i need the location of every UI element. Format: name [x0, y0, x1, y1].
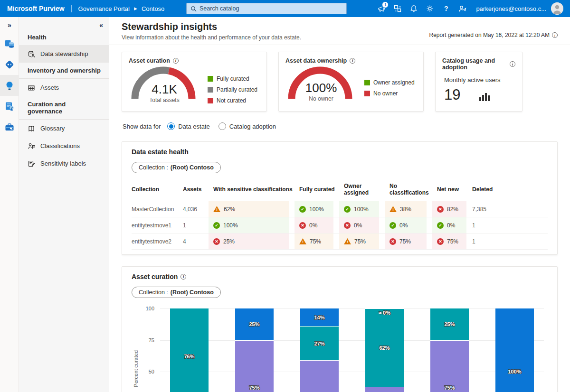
- bar-segment-purple: 75%: [430, 340, 469, 392]
- policy-certificate-icon: [4, 101, 15, 112]
- user-avatar[interactable]: [551, 2, 563, 15]
- catalog-usage-card: Catalog usage and adoption i Monthly act…: [435, 52, 522, 112]
- curation-legend: Fully curatedPartially curatedNot curate…: [208, 75, 257, 104]
- feedback-button[interactable]: [454, 0, 470, 17]
- stacked-bar[interactable]: 25%75%: [235, 308, 274, 392]
- assets-count: 4: [183, 233, 209, 249]
- rail-item-management[interactable]: [0, 117, 19, 138]
- help-button[interactable]: ?: [438, 0, 454, 17]
- status-value: 38%: [400, 206, 411, 213]
- sidebar-item-label: Glossary: [40, 125, 65, 132]
- table-row[interactable]: MasterCollection4,036!62%✓100%✓100%!38%✕…: [132, 201, 548, 217]
- y-axis-label: Percent curated: [132, 306, 140, 392]
- user-email[interactable]: parkerjones@contoso.c...: [476, 5, 546, 12]
- status-cell: ✓0%: [385, 217, 427, 233]
- gauge-label: Total assets: [129, 97, 200, 103]
- legend-swatch: [208, 98, 213, 103]
- legend-item: Partially curated: [208, 86, 257, 93]
- stacked-bar[interactable]: 25%75%: [430, 308, 469, 392]
- sidebar-item-classifications[interactable]: Classifications: [19, 137, 109, 155]
- rail-item-policy[interactable]: [0, 96, 19, 117]
- breadcrumb-portal[interactable]: Governance Portal: [78, 5, 130, 12]
- pill-prefix: Collection :: [139, 164, 168, 171]
- rail-item-data-sources[interactable]: [0, 33, 19, 54]
- info-icon[interactable]: i: [552, 32, 558, 38]
- legend-item: No owner: [364, 90, 415, 97]
- rail-item-insights[interactable]: [0, 75, 19, 96]
- legend-item: Fully curated: [208, 75, 257, 82]
- section-title: Data estate health: [132, 148, 548, 156]
- legend-swatch: [364, 91, 370, 96]
- topbar-divider: [71, 5, 72, 12]
- collection-filter-pill[interactable]: Collection : (Root) Contoso: [132, 162, 221, 173]
- avatar-person-icon: [551, 2, 563, 15]
- table-row[interactable]: entitytestmove24✕25%!75%!75%✕75%✕75%1: [132, 233, 548, 250]
- stacked-bar[interactable]: 14%27%59%: [300, 308, 339, 392]
- info-icon[interactable]: i: [173, 58, 179, 64]
- glossary-book-icon: [28, 125, 35, 132]
- status-cell: ✕0%: [294, 217, 333, 233]
- info-icon[interactable]: i: [510, 61, 515, 67]
- segment-label: 76%: [184, 354, 194, 359]
- bar-segment-purple: 75%: [235, 340, 274, 392]
- bell-icon: [409, 4, 418, 13]
- legend-item: Owner assigned: [364, 79, 415, 86]
- summary-cards-row: Asset curation i 4.1K Total assets Fully…: [122, 52, 558, 112]
- collection-filter-pill[interactable]: Collection : (Root) Contoso: [132, 287, 221, 298]
- segment-label: 25%: [249, 321, 259, 327]
- sidebar-item-label: Assets: [40, 84, 59, 91]
- column-header: Owner assigned: [339, 180, 385, 201]
- card-title-text: Asset data ownership: [285, 57, 347, 64]
- brand-title: Microsoft Purview: [0, 5, 65, 12]
- asset-curation-card: Asset curation i 4.1K Total assets Fully…: [122, 52, 267, 112]
- breadcrumb-tenant[interactable]: Contoso: [142, 5, 164, 12]
- search-input[interactable]: [200, 3, 346, 14]
- settings-button[interactable]: [422, 0, 438, 17]
- sidebar-item-assets[interactable]: Assets: [19, 79, 109, 96]
- notifications-button[interactable]: [406, 0, 422, 17]
- sidebar-item-data-stewardship[interactable]: Data stewardship: [19, 45, 109, 63]
- asset-ownership-card: Asset data ownership i 100% No owner Own…: [278, 52, 424, 112]
- info-icon[interactable]: i: [350, 58, 355, 64]
- gauge-value: 4.1K: [129, 82, 200, 97]
- success-icon: ✓: [213, 222, 220, 229]
- error-icon: ✕: [437, 206, 444, 213]
- column-header: Collection: [132, 180, 183, 201]
- stacked-bar[interactable]: 76%: [170, 308, 209, 392]
- legend-label: Owner assigned: [373, 79, 415, 86]
- status-value: 100%: [223, 222, 238, 229]
- stacked-bar[interactable]: ≈ 0%62%: [365, 308, 404, 392]
- sidebar-item-glossary[interactable]: Glossary: [19, 120, 109, 137]
- status-cell: ✓100%: [339, 201, 379, 217]
- error-icon: ✕: [390, 238, 396, 245]
- gauge-center: 4.1K Total assets: [129, 82, 200, 103]
- deleted-count: 1: [472, 217, 548, 233]
- radio-data-estate[interactable]: Data estate: [167, 122, 210, 130]
- column-header: No classifications: [385, 180, 432, 201]
- pill-value: (Root) Contoso: [171, 289, 214, 296]
- sidebar-collapse-button[interactable]: «: [99, 21, 103, 29]
- switch-view-button[interactable]: [390, 0, 406, 17]
- filter-label: Show data for: [123, 123, 161, 130]
- legend-label: No owner: [373, 90, 398, 97]
- announcements-button[interactable]: 1: [373, 0, 390, 17]
- data-stewardship-icon: [28, 50, 35, 58]
- catalog-search-box[interactable]: [186, 3, 347, 14]
- sidebar-item-sensitivity-labels[interactable]: Sensitivity labels: [19, 155, 109, 172]
- info-icon[interactable]: i: [180, 274, 186, 280]
- section-title-text: Data estate health: [132, 148, 189, 156]
- metric-value: 19: [444, 87, 460, 102]
- status-cell: !62%: [209, 201, 289, 217]
- radio-catalog-adoption[interactable]: Catalog adoption: [218, 122, 276, 130]
- card-body: 4.1K Total assets Fully curatedPartially…: [129, 64, 260, 104]
- asset-curation-section: Asset curation i Collection : (Root) Con…: [122, 266, 558, 392]
- rail-item-data-map[interactable]: [0, 54, 19, 75]
- legend-swatch: [208, 87, 213, 93]
- metric-label: Monthly active users: [444, 76, 515, 84]
- status-cell: ✕75%: [385, 233, 427, 249]
- rail-expand-button[interactable]: »: [0, 17, 19, 33]
- topbar-actions: 1 ?: [373, 0, 570, 17]
- deleted-count: 1: [472, 233, 548, 249]
- table-row[interactable]: entitytestmove11✓100%✕0%✕0%✓0%✓0%1: [132, 217, 548, 233]
- stacked-bar[interactable]: 100%: [495, 308, 534, 392]
